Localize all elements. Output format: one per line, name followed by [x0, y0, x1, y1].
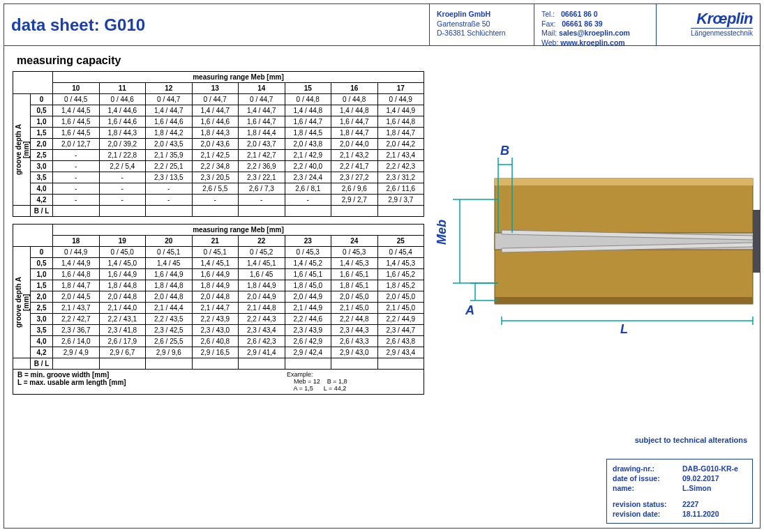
table-cell: 2,2 / 42,3 — [377, 161, 424, 172]
row-header: 2,5 — [31, 303, 53, 314]
table-cell: 2,3 / 31,2 — [377, 172, 424, 183]
row-header: 2,0 — [31, 139, 53, 150]
table-cell: 1,8 / 45,1 — [331, 280, 378, 291]
table-cell: 1,8 / 44,7 — [377, 128, 424, 139]
table-cell: - — [53, 161, 100, 172]
row-header: 1,5 — [31, 128, 53, 139]
table-row: 4,22,9 / 4,92,9 / 6,72,9 / 9,62,9 / 16,5… — [13, 347, 424, 358]
table-row: groove depth A[mm]00 / 44,50 / 44,60 / 4… — [13, 94, 424, 105]
table-cell: 1,6 / 44,6 — [192, 116, 239, 128]
table-row: 1,01,6 / 44,51,6 / 44,61,6 / 44,61,6 / 4… — [13, 116, 424, 128]
col-header: 20 — [146, 236, 193, 247]
table-cell: 0 / 44,7 — [239, 94, 285, 105]
table-cell: 0 / 45,3 — [331, 247, 378, 258]
table-cell: - — [146, 195, 193, 206]
capacity-table-1: measuring range Meb [mm] 101112131415161… — [13, 71, 424, 217]
table-cell: 0 / 45,0 — [99, 247, 146, 258]
table-cell: 2,2 / 43,5 — [146, 314, 193, 325]
table-cell: 2,1 / 44,0 — [99, 303, 146, 314]
table-cell: 2,3 / 13,5 — [146, 172, 193, 183]
document-frame: data sheet: G010 Kroeplin GmbH Gartenstr… — [3, 3, 761, 529]
table-cell: 1,6 / 44,9 — [192, 269, 239, 280]
table-cell: 2,9 / 43,4 — [377, 347, 424, 358]
table-cell: 2,6 / 8,1 — [285, 183, 331, 195]
table-row: 2,02,0 / 12,72,0 / 39,22,0 / 43,52,0 / 4… — [13, 139, 424, 150]
table-cell: 2,0 / 43,5 — [146, 139, 193, 150]
table-cell: 1,6 / 44,7 — [331, 116, 378, 128]
table-cell: 0 / 45,2 — [239, 247, 285, 258]
table-cell: - — [99, 172, 146, 183]
logo-cell: Krœplin Längenmesstechnik — [657, 4, 760, 45]
table-cell: 2,9 / 43,0 — [331, 347, 378, 358]
logo-text: Krœplin — [664, 10, 753, 28]
row-header: 3,5 — [31, 172, 53, 183]
table-cell: 2,6 / 40,8 — [192, 336, 239, 347]
table-cell: 1,6 / 44,8 — [377, 116, 424, 128]
table-cell: 2,1 / 42,9 — [285, 150, 331, 161]
table-row: 2,02,0 / 44,52,0 / 44,82,0 / 44,82,0 / 4… — [13, 291, 424, 303]
table-cell: 2,1 / 43,2 — [331, 150, 378, 161]
col-header: 14 — [239, 83, 285, 94]
col-header: 18 — [53, 236, 100, 247]
table-cell: 2,3 / 36,7 — [53, 325, 100, 336]
table-row: 2,5-2,1 / 22,82,1 / 35,92,1 / 42,52,1 / … — [13, 150, 424, 161]
table-cell: 2,0 / 43,8 — [285, 139, 331, 150]
col-header: 12 — [146, 83, 193, 94]
legend-box: B = min. groove width [mm] L = max. usab… — [13, 369, 424, 395]
table-cell: 2,1 / 22,8 — [99, 150, 146, 161]
table-cell: 0 / 44,8 — [285, 94, 331, 105]
table-cell: 2,2 / 44,3 — [239, 314, 285, 325]
table-cell: 1,6 / 44,8 — [53, 269, 100, 280]
table-cell: 1,8 / 44,9 — [239, 280, 285, 291]
table-cell: 2,2 / 43,1 — [99, 314, 146, 325]
row-header: 4,2 — [31, 347, 53, 358]
col-header: 11 — [99, 83, 146, 94]
table-cell: 0 / 44,9 — [53, 247, 100, 258]
row-header: 1,0 — [31, 269, 53, 280]
table-cell: 2,1 / 35,9 — [146, 150, 193, 161]
table-cell: 1,8 / 44,3 — [99, 128, 146, 139]
table-cell: - — [146, 183, 193, 195]
street: Gartenstraße 50 — [437, 20, 490, 28]
table-cell: 2,9 / 9,6 — [146, 347, 193, 358]
table-cell: 2,3 / 20,5 — [192, 172, 239, 183]
table-row: 3,0-2,2 / 5,42,2 / 25,12,2 / 34,82,2 / 3… — [13, 161, 424, 172]
table-cell: 1,6 / 44,6 — [146, 116, 193, 128]
table-cell: 1,4 / 45,1 — [239, 258, 285, 269]
row-header: 3,0 — [31, 161, 53, 172]
table-cell: 1,4 / 44,7 — [239, 105, 285, 116]
table-cell: 2,3 / 43,4 — [239, 325, 285, 336]
contact-cell: Tel.: 06661 86 0 Fax: 06661 86 39 Mail: … — [534, 4, 657, 45]
table-cell: 1,6 / 45 — [239, 269, 285, 280]
table-cell: 0 / 45,1 — [192, 247, 239, 258]
body: measuring capacity measuring range Meb [… — [4, 46, 760, 528]
col-header: 22 — [239, 236, 285, 247]
table-cell: 2,9 / 41,4 — [239, 347, 285, 358]
table-cell: 2,9 / 42,4 — [285, 347, 331, 358]
table-cell: 2,9 / 6,7 — [99, 347, 146, 358]
row-header: 4,0 — [31, 183, 53, 195]
table-cell: 2,3 / 22,1 — [239, 172, 285, 183]
header-bar: data sheet: G010 Kroeplin GmbH Gartenstr… — [4, 4, 760, 46]
table-row: 3,5--2,3 / 13,52,3 / 20,52,3 / 22,12,3 /… — [13, 172, 424, 183]
title-cell: data sheet: G010 — [4, 4, 430, 45]
table-cell: - — [53, 172, 100, 183]
table-cell: 2,3 / 43,0 — [192, 325, 239, 336]
table-cell: 0 / 44,5 — [53, 94, 100, 105]
table-cell: 2,1 / 44,7 — [192, 303, 239, 314]
col-header: 13 — [192, 83, 239, 94]
table-cell: 1,8 / 44,7 — [331, 128, 378, 139]
tables-block: measuring range Meb [mm] 101112131415161… — [13, 71, 424, 395]
col-header: 25 — [377, 236, 424, 247]
table-cell: 2,2 / 41,7 — [331, 161, 378, 172]
table-cell: 2,9 / 3,7 — [377, 195, 424, 206]
dim-meb: Meb — [435, 220, 449, 245]
table-cell: 2,2 / 44,8 — [331, 314, 378, 325]
table-cell: 1,4 / 45,2 — [285, 258, 331, 269]
col-header: 19 — [99, 236, 146, 247]
table-cell: 1,8 / 44,4 — [239, 128, 285, 139]
table-cell: 1,8 / 44,3 — [192, 128, 239, 139]
section-title: measuring capacity — [17, 54, 751, 67]
table-cell: 2,0 / 45,0 — [331, 291, 378, 303]
table-cell: 2,0 / 44,8 — [146, 291, 193, 303]
